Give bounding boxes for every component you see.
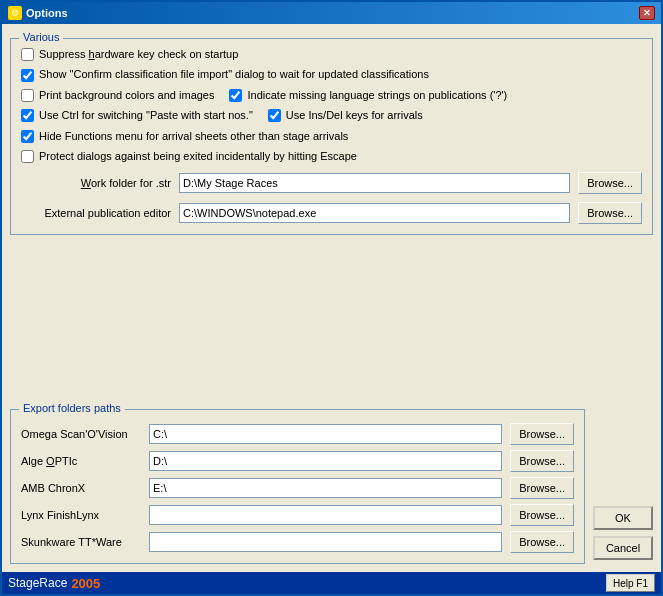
indicate-missing-checkbox[interactable] xyxy=(229,89,242,102)
status-left: StageRace 2005 xyxy=(8,576,100,591)
alge-label: Alge OPTIc xyxy=(21,455,141,467)
protect-dialogs-checkbox[interactable] xyxy=(21,150,34,163)
omega-input[interactable] xyxy=(149,424,502,444)
inline-row-3-4: Print background colors and images Indic… xyxy=(21,88,642,103)
inline-row-5-6: Use Ctrl for switching "Paste with start… xyxy=(21,108,642,123)
export-row-alge: Alge OPTIc Browse... xyxy=(21,450,574,472)
title-bar-left: ⚙ Options xyxy=(8,6,68,20)
export-row-amb: AMB ChronX Browse... xyxy=(21,477,574,499)
suppress-hardware-key-label: Suppress hardware key check on startup xyxy=(39,47,238,62)
export-row-omega: Omega Scan'O'Vision Browse... xyxy=(21,423,574,445)
work-folder-browse-button[interactable]: Browse... xyxy=(578,172,642,194)
various-group: Various Suppress hardware key check on s… xyxy=(10,38,653,235)
export-group-label: Export folders paths xyxy=(19,402,125,414)
work-folder-label: Work folder for .str xyxy=(21,177,171,189)
protect-dialogs-label: Protect dialogs against being exited inc… xyxy=(39,149,357,164)
indicate-missing-label: Indicate missing language strings on pub… xyxy=(247,88,507,103)
work-folder-input[interactable] xyxy=(179,173,570,193)
checkbox-row-4: Indicate missing language strings on pub… xyxy=(229,88,507,103)
lynx-browse-button[interactable]: Browse... xyxy=(510,504,574,526)
title-bar: ⚙ Options ✕ xyxy=(2,2,661,24)
brand-year: 2005 xyxy=(71,576,100,591)
ext-pub-label: External publication editor xyxy=(21,207,171,219)
omega-browse-button[interactable]: Browse... xyxy=(510,423,574,445)
amb-browse-button[interactable]: Browse... xyxy=(510,477,574,499)
checkbox-row-1: Suppress hardware key check on startup xyxy=(21,47,642,62)
hide-functions-checkbox[interactable] xyxy=(21,130,34,143)
checkbox-row-3: Print background colors and images xyxy=(21,88,214,103)
suppress-hardware-key-checkbox[interactable] xyxy=(21,48,34,61)
export-group: Export folders paths Omega Scan'O'Vision… xyxy=(10,409,585,564)
amb-input[interactable] xyxy=(149,478,502,498)
use-ins-del-checkbox[interactable] xyxy=(268,109,281,122)
options-window: ⚙ Options ✕ Various Suppress hardware ke… xyxy=(0,0,663,596)
amb-label: AMB ChronX xyxy=(21,482,141,494)
alge-input[interactable] xyxy=(149,451,502,471)
hide-functions-label: Hide Functions menu for arrival sheets o… xyxy=(39,129,348,144)
skunkware-browse-button[interactable]: Browse... xyxy=(510,531,574,553)
checkbox-row-2: Show "Confirm classification file import… xyxy=(21,67,642,82)
use-ins-del-label: Use Ins/Del keys for arrivals xyxy=(286,108,423,123)
window-title: Options xyxy=(26,7,68,19)
ok-cancel-section: OK Cancel xyxy=(593,403,653,564)
checkbox-row-8: Protect dialogs against being exited inc… xyxy=(21,149,642,164)
main-content: Various Suppress hardware key check on s… xyxy=(2,24,661,399)
print-background-label: Print background colors and images xyxy=(39,88,214,103)
use-ctrl-label: Use Ctrl for switching "Paste with start… xyxy=(39,108,253,123)
ok-button[interactable]: OK xyxy=(593,506,653,530)
show-confirm-dialog-checkbox[interactable] xyxy=(21,69,34,82)
checkbox-row-5: Use Ctrl for switching "Paste with start… xyxy=(21,108,253,123)
bottom-area: Export folders paths Omega Scan'O'Vision… xyxy=(2,399,661,572)
checkbox-row-7: Hide Functions menu for arrival sheets o… xyxy=(21,129,642,144)
alge-browse-button[interactable]: Browse... xyxy=(510,450,574,472)
lynx-label: Lynx FinishLynx xyxy=(21,509,141,521)
various-group-label: Various xyxy=(19,31,63,43)
close-button[interactable]: ✕ xyxy=(639,6,655,20)
ext-pub-browse-button[interactable]: Browse... xyxy=(578,202,642,224)
cancel-button[interactable]: Cancel xyxy=(593,536,653,560)
skunkware-label: Skunkware TT*Ware xyxy=(21,536,141,548)
omega-label: Omega Scan'O'Vision xyxy=(21,428,141,440)
brand-name: StageRace xyxy=(8,576,67,590)
print-background-checkbox[interactable] xyxy=(21,89,34,102)
show-confirm-dialog-label: Show "Confirm classification file import… xyxy=(39,67,429,82)
export-row-skunkware: Skunkware TT*Ware Browse... xyxy=(21,531,574,553)
ext-pub-row: External publication editor Browse... xyxy=(21,202,642,224)
window-icon: ⚙ xyxy=(8,6,22,20)
use-ctrl-checkbox[interactable] xyxy=(21,109,34,122)
status-bar: StageRace 2005 Help F1 xyxy=(2,572,661,594)
export-section: Export folders paths Omega Scan'O'Vision… xyxy=(10,403,585,564)
help-button[interactable]: Help F1 xyxy=(606,574,655,592)
work-folder-row: Work folder for .str Browse... xyxy=(21,172,642,194)
checkbox-row-6: Use Ins/Del keys for arrivals xyxy=(268,108,423,123)
skunkware-input[interactable] xyxy=(149,532,502,552)
ext-pub-input[interactable] xyxy=(179,203,570,223)
export-row-lynx: Lynx FinishLynx Browse... xyxy=(21,504,574,526)
lynx-input[interactable] xyxy=(149,505,502,525)
